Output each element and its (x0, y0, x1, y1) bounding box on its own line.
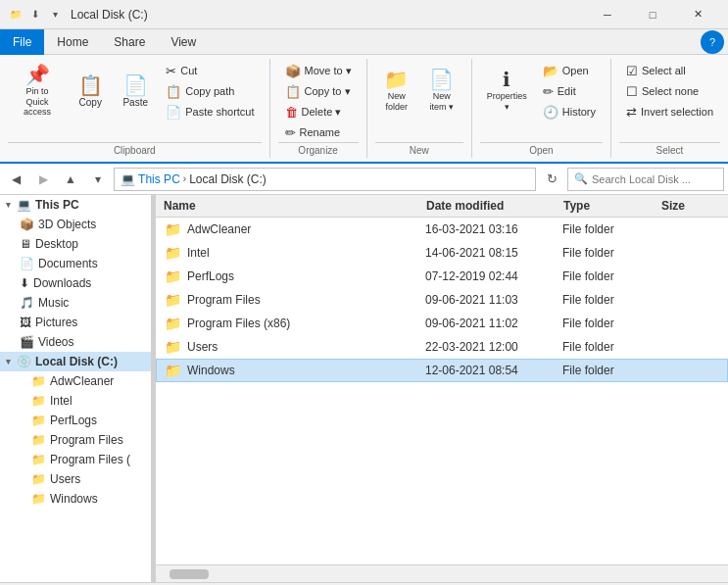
search-input[interactable] (592, 173, 717, 185)
users-icon: 📁 (31, 472, 46, 486)
tab-view[interactable]: View (158, 29, 209, 55)
history-button[interactable]: 🕘 History (536, 102, 603, 122)
sidebar: ▾ 💻 This PC 📦 3D Objects 🖥 Desktop 📄 Doc… (0, 195, 152, 582)
title-bar-icons: 📁 ⬇ ▾ (8, 7, 63, 23)
sidebar-item-desktop[interactable]: 🖥 Desktop (0, 234, 151, 254)
recent-locations-button[interactable]: ▾ (86, 168, 110, 191)
horizontal-scrollbar[interactable] (156, 564, 728, 582)
open-button[interactable]: 📂 Open (536, 61, 603, 80)
copy-button[interactable]: 📋 Copy (69, 61, 112, 122)
copy-path-button[interactable]: 📋 Copy path (159, 81, 261, 101)
col-name-header[interactable]: Name (164, 199, 426, 213)
organize-col: 📦 Move to ▾ 📋 Copy to ▾ 🗑 Delete ▾ ✏ Ren… (278, 61, 359, 142)
col-type-header[interactable]: Type (563, 199, 661, 213)
select-none-button[interactable]: ☐ Select none (619, 81, 720, 101)
new-folder-button[interactable]: 📁 Newfolder (375, 61, 418, 122)
sidebar-item-perflogs[interactable]: 📁 PerfLogs (0, 411, 151, 430)
cut-label: Cut (180, 65, 197, 76)
sidebar-item-documents[interactable]: 📄 Documents (0, 254, 151, 273)
paste-shortcut-button[interactable]: 📄 Paste shortcut (159, 102, 261, 122)
help-button[interactable]: ? (701, 30, 724, 54)
search-icon: 🔍 (574, 172, 588, 185)
close-button[interactable]: ✕ (675, 0, 720, 29)
sidebar-item-windows[interactable]: 📁 Windows (0, 489, 151, 509)
pin-to-quick-access-button[interactable]: 📌 Pin to Quickaccess (8, 61, 67, 122)
videos-label: Videos (38, 335, 73, 349)
new-folder-icon: 📁 (384, 70, 409, 89)
folder-icon: 📁 (165, 245, 181, 261)
table-row[interactable]: 📁Intel 14-06-2021 08:15 File folder (156, 241, 728, 265)
tab-share[interactable]: Share (101, 29, 158, 55)
customize-icon[interactable]: ▾ (47, 7, 63, 23)
table-row[interactable]: 📁PerfLogs 07-12-2019 02:44 File folder (156, 265, 728, 288)
copy-to-label: Copy to ▾ (305, 85, 351, 98)
sidebar-item-videos[interactable]: 🎬 Videos (0, 332, 151, 352)
properties-button[interactable]: ℹ Properties▾ (480, 61, 534, 122)
paste-button[interactable]: 📄 Paste (114, 61, 157, 122)
minimize-button[interactable]: ─ (585, 0, 630, 29)
sidebar-item-music[interactable]: 🎵 Music (0, 293, 151, 313)
search-box[interactable]: 🔍 (567, 168, 724, 191)
music-icon: 🎵 (20, 296, 34, 310)
up-button[interactable]: ▲ (59, 168, 82, 191)
cut-button[interactable]: ✂ Cut (159, 61, 261, 80)
sidebar-item-program-files-x86[interactable]: 📁 Program Files ( (0, 450, 151, 469)
tab-file[interactable]: File (0, 29, 44, 55)
quick-access-icon[interactable]: ⬇ (27, 7, 43, 23)
maximize-button[interactable]: □ (630, 0, 675, 29)
table-row[interactable]: 📁Users 22-03-2021 12:00 File folder (156, 335, 728, 359)
history-label: History (562, 106, 596, 118)
file-type-adwcleaner: File folder (562, 222, 660, 236)
refresh-button[interactable]: ↻ (540, 168, 563, 191)
sidebar-item-downloads[interactable]: ⬇ Downloads (0, 273, 151, 293)
new-item-label: Newitem ▾ (429, 91, 454, 113)
copy-label: Copy (79, 97, 102, 108)
paste-shortcut-label: Paste shortcut (185, 106, 254, 118)
sidebar-item-this-pc[interactable]: ▾ 💻 This PC (0, 195, 151, 215)
sidebar-item-intel[interactable]: 📁 Intel (0, 391, 151, 411)
back-button[interactable]: ◀ (4, 168, 27, 191)
col-date-header[interactable]: Date modified (426, 199, 563, 213)
desktop-icon: 🖥 (20, 237, 31, 251)
sidebar-item-local-disk[interactable]: ▾ 💿 Local Disk (C:) (0, 352, 151, 371)
sidebar-item-3d-objects[interactable]: 📦 3D Objects (0, 215, 151, 234)
properties-label: Properties▾ (487, 91, 527, 113)
pin-label: Pin to Quickaccess (15, 86, 60, 118)
sidebar-item-users[interactable]: 📁 Users (0, 469, 151, 489)
invert-selection-button[interactable]: ⇄ Invert selection (619, 102, 720, 122)
breadcrumb-bar[interactable]: 💻 This PC › Local Disk (C:) (114, 168, 536, 191)
delete-button[interactable]: 🗑 Delete ▾ (278, 102, 359, 122)
new-item-button[interactable]: 📄 Newitem ▾ (420, 61, 463, 122)
move-to-icon: 📦 (285, 64, 301, 78)
sidebar-item-adwcleaner[interactable]: 📁 AdwCleaner (0, 371, 151, 391)
paste-label: Paste (122, 97, 148, 108)
breadcrumb-current: Local Disk (C:) (189, 172, 267, 186)
window-icon: 📁 (8, 7, 24, 23)
col-size-header[interactable]: Size (661, 199, 720, 213)
ribbon-section-select: ☑ Select all ☐ Select none ⇄ Invert sele… (611, 59, 728, 158)
table-row[interactable]: 📁Windows 12-06-2021 08:54 File folder (156, 359, 728, 382)
users-label: Users (50, 472, 80, 486)
select-buttons: ☑ Select all ☐ Select none ⇄ Invert sele… (619, 61, 720, 142)
table-row[interactable]: 📁AdwCleaner 16-03-2021 03:16 File folder (156, 218, 728, 241)
this-pc-expand-icon: ▾ (6, 200, 11, 210)
table-row[interactable]: 📁Program Files 09-06-2021 11:03 File fol… (156, 288, 728, 312)
select-all-button[interactable]: ☑ Select all (619, 61, 720, 80)
file-name-perflogs: 📁PerfLogs (165, 268, 425, 284)
table-row[interactable]: 📁Program Files (x86) 09-06-2021 11:02 Fi… (156, 312, 728, 335)
tab-home[interactable]: Home (44, 29, 101, 55)
breadcrumb-this-pc[interactable]: 💻 This PC (121, 172, 180, 186)
sidebar-item-pictures[interactable]: 🖼 Pictures (0, 313, 151, 332)
sidebar-item-program-files[interactable]: 📁 Program Files (0, 430, 151, 450)
copy-to-button[interactable]: 📋 Copy to ▾ (278, 81, 359, 101)
forward-button[interactable]: ▶ (31, 168, 55, 191)
rename-button[interactable]: ✏ Rename (278, 122, 359, 142)
intel-icon: 📁 (31, 394, 46, 408)
move-to-label: Move to ▾ (305, 65, 352, 77)
local-disk-label: Local Disk (C:) (35, 355, 118, 368)
edit-button[interactable]: ✏ Edit (536, 81, 603, 101)
documents-label: Documents (38, 257, 98, 270)
copy-icon: 📋 (78, 75, 103, 95)
hscroll-thumb[interactable] (170, 569, 209, 579)
move-to-button[interactable]: 📦 Move to ▾ (278, 61, 359, 80)
